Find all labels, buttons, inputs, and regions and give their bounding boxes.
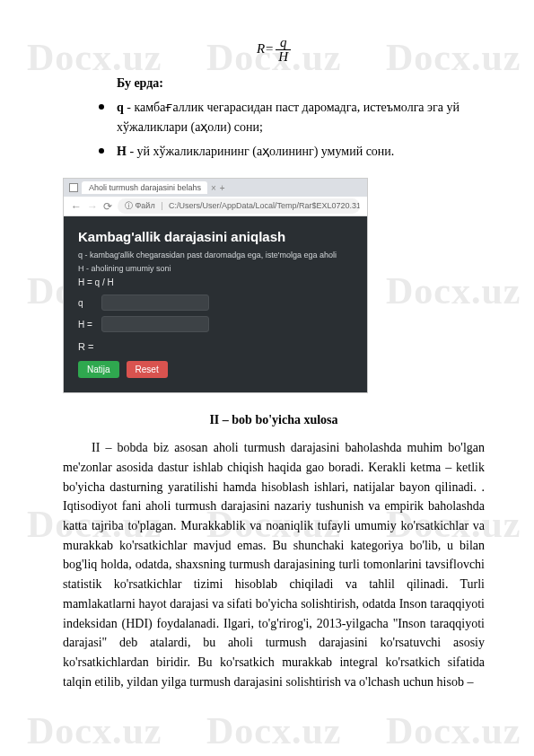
input-h[interactable]: [101, 316, 209, 332]
symbol-q: q: [117, 101, 124, 114]
url-field[interactable]: ⓘ Файл | C:/Users/User/AppData/Local/Tem…: [118, 198, 360, 214]
app-desc-q: q - kambag'allik chegarasidan past darom…: [78, 250, 353, 261]
page-icon: [69, 183, 78, 192]
definitions-list: q - камбағаллик чегарасидан паст даромад…: [99, 98, 485, 162]
numerator: q: [276, 36, 291, 50]
definitions-label: Бу ерда:: [117, 76, 485, 91]
url-text: C:/Users/User/AppData/Local/Temp/Rar$EXL…: [169, 201, 360, 210]
definition-text: - камбағаллик чегарасидан паст даромадга…: [117, 101, 460, 134]
watermark: Docx.uz: [27, 709, 162, 752]
calculate-button[interactable]: Natija: [78, 361, 119, 378]
list-item: H - уй хўжаликларининг (аҳолининг) умуми…: [99, 142, 485, 162]
result-label: R =: [78, 341, 353, 352]
symbol-h: H: [117, 145, 127, 158]
reload-icon[interactable]: ⟳: [103, 200, 112, 213]
body-paragraph: II – bobda biz asosan aholi turmush dara…: [63, 438, 485, 691]
forward-icon[interactable]: →: [87, 200, 98, 213]
definition-text: - уй хўжаликларининг (аҳолининг) умумий …: [127, 145, 394, 158]
close-tab-icon[interactable]: ×: [211, 183, 216, 193]
label-h: H =: [78, 320, 94, 330]
tab-title[interactable]: Aholi turmush darajasini belahs: [82, 181, 207, 194]
embedded-screenshot: Aholi turmush darajasini belahs × + ← → …: [63, 178, 368, 393]
new-tab-icon[interactable]: +: [220, 183, 225, 193]
watermark: Docx.uz: [206, 709, 341, 752]
url-prefix: ⓘ Файл: [125, 201, 155, 210]
back-icon[interactable]: ←: [71, 200, 82, 213]
watermark: Docx.uz: [386, 709, 521, 752]
section-title: II – bob bo'yicha xulosa: [63, 413, 485, 427]
input-row-q: q: [78, 294, 353, 311]
app-equation: H = q / H: [78, 277, 353, 287]
button-row: Natija Reset: [78, 361, 353, 378]
app-desc-h: H - aholining umumiy soni: [78, 263, 353, 275]
label-q: q: [78, 298, 94, 308]
input-q[interactable]: [101, 294, 209, 311]
app-panel: Kambag'allik darajasini aniqlash q - kam…: [64, 216, 367, 392]
input-row-h: H =: [78, 316, 353, 332]
formula-lhs: R=: [257, 41, 274, 56]
formula: R=qH: [63, 36, 485, 64]
browser-addressbar: ← → ⟳ ⓘ Файл | C:/Users/User/AppData/Loc…: [64, 197, 367, 216]
browser-tabbar: Aholi turmush darajasini belahs × +: [64, 179, 367, 197]
fraction: qH: [276, 36, 291, 64]
reset-button[interactable]: Reset: [127, 361, 168, 378]
denominator: H: [276, 50, 291, 64]
app-title: Kambag'allik darajasini aniqlash: [78, 229, 353, 244]
list-item: q - камбағаллик чегарасидан паст даромад…: [99, 98, 485, 138]
